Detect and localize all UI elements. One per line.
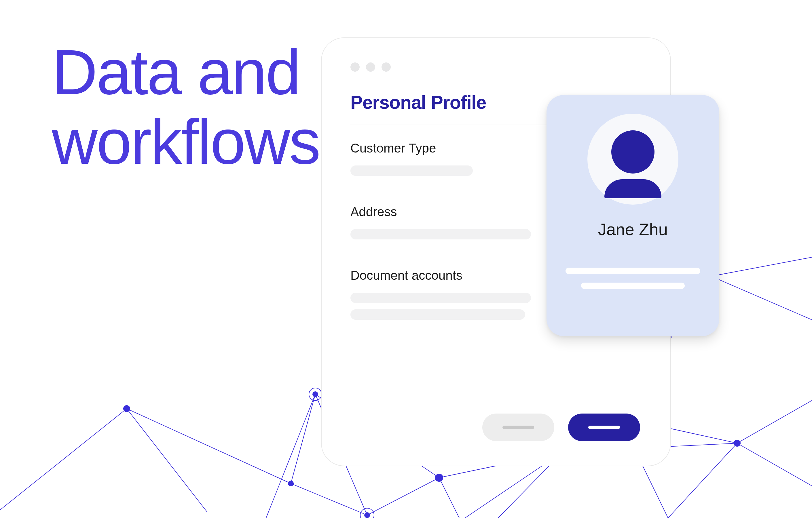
svg-line-1 — [127, 409, 207, 512]
svg-point-23 — [123, 405, 130, 412]
address-input[interactable] — [350, 229, 531, 239]
svg-line-8 — [439, 478, 461, 518]
document-accounts-input-2[interactable] — [350, 309, 525, 320]
svg-point-33 — [734, 440, 741, 447]
svg-line-18 — [737, 397, 812, 443]
svg-line-19 — [737, 443, 812, 489]
headline-line-1: Data and — [52, 37, 320, 107]
svg-line-2 — [127, 409, 291, 484]
svg-line-17 — [668, 443, 737, 518]
svg-line-4 — [291, 484, 367, 515]
svg-point-27 — [364, 512, 370, 518]
svg-point-28 — [360, 508, 374, 518]
svg-point-26 — [309, 388, 322, 401]
headline-line-2: workflows — [52, 107, 320, 177]
svg-line-3 — [291, 394, 315, 484]
primary-button[interactable] — [568, 414, 640, 441]
profile-card: Jane Zhu — [547, 95, 719, 336]
avatar-icon — [587, 114, 678, 205]
window-controls-icon — [350, 62, 641, 72]
profile-card-lines — [547, 268, 719, 289]
svg-line-22 — [265, 394, 315, 518]
customer-type-input[interactable] — [350, 165, 473, 176]
document-accounts-input-1[interactable] — [350, 293, 531, 303]
action-buttons — [482, 414, 640, 441]
svg-point-24 — [288, 481, 294, 486]
svg-point-29 — [435, 474, 443, 482]
svg-line-13 — [711, 256, 812, 276]
profile-name: Jane Zhu — [598, 220, 668, 239]
svg-point-25 — [312, 391, 318, 397]
svg-line-14 — [711, 276, 812, 322]
svg-line-7 — [367, 478, 439, 515]
svg-line-0 — [0, 409, 127, 518]
page-headline: Data and workflows — [52, 37, 320, 177]
secondary-button[interactable] — [482, 414, 554, 441]
